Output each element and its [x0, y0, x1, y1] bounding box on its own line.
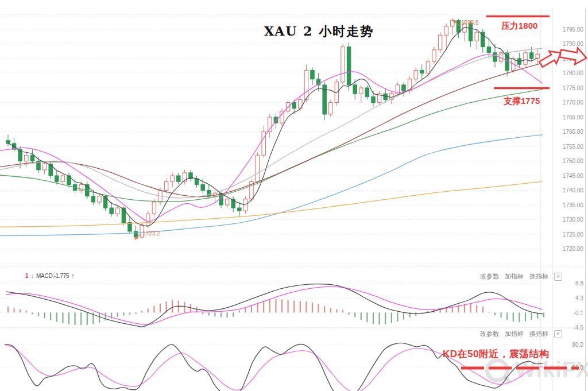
macd-close-button[interactable]: × [554, 273, 562, 281]
resistance-label: 压力1800 [501, 21, 537, 32]
svg-text:1780.00: 1780.00 [563, 70, 584, 76]
svg-text:1790.00: 1790.00 [563, 41, 584, 47]
svg-text:1795.00: 1795.00 [563, 26, 584, 33]
svg-text:8.8: 8.8 [575, 280, 583, 287]
macd-panel-toolbar: 改参数 加指标 换指标 × [480, 272, 562, 281]
kd-note-label: KD在50附近，震荡结构 [443, 347, 549, 361]
kd-panel-toolbar: 改参数 加指标 换指标 × [480, 330, 562, 338]
kd-add-indicator-button[interactable]: 加指标 [505, 330, 524, 338]
indicator-count-badge: 1 [25, 273, 29, 279]
macd-indicator-header: 1 ↓ MACD:-1.775 ↑ [25, 272, 75, 279]
chart-title: XAU 2 小时走势 [264, 23, 374, 40]
svg-text:1765.00: 1765.00 [563, 114, 584, 121]
svg-text:1775.00: 1775.00 [563, 85, 584, 91]
kd-close-button[interactable]: × [554, 330, 562, 338]
svg-text:1730.00: 1730.00 [563, 216, 584, 223]
svg-text:80.0: 80.0 [572, 342, 584, 348]
low-price-tag: 1723.2 [142, 230, 160, 237]
macd-change-params-button[interactable]: 改参数 [480, 272, 499, 281]
macd-add-indicator-button[interactable]: 加指标 [505, 272, 524, 281]
svg-text:1740.00: 1740.00 [563, 187, 584, 193]
svg-text:1770.00: 1770.00 [563, 99, 584, 106]
ma-magenta-line [0, 55, 543, 221]
macd-switch-indicator-button[interactable]: 换指标 [529, 272, 548, 281]
svg-text:1720.00: 1720.00 [563, 246, 584, 252]
kd-change-params-button[interactable]: 改参数 [480, 330, 499, 338]
svg-text:-0.1: -0.1 [574, 310, 584, 316]
svg-text:1745.00: 1745.00 [563, 173, 584, 179]
high-price-tag: 1798.8 [461, 20, 479, 26]
svg-text:1760.00: 1760.00 [563, 129, 584, 135]
svg-text:1735.00: 1735.00 [563, 202, 584, 208]
macd-dea-line [6, 287, 543, 324]
svg-text:1750.00: 1750.00 [563, 158, 584, 164]
trend-arrow-icon [559, 45, 587, 67]
chart-window: WikiFX 1795.001790.001785.001780.001775.… [0, 0, 588, 391]
svg-text:1755.00: 1755.00 [563, 144, 584, 150]
up-arrow-icon: ↑ [71, 272, 75, 279]
down-arrow-icon: ↓ [31, 272, 34, 279]
svg-text:-4.5: -4.5 [574, 324, 584, 331]
candles [6, 18, 540, 240]
svg-text:1725.00: 1725.00 [563, 231, 584, 238]
macd-panel-plot: 8.84.3-0.1-4.5 [0, 280, 583, 331]
macd-value-label: MACD:-1.775 [36, 273, 69, 279]
kd-switch-indicator-button[interactable]: 换指标 [529, 330, 548, 338]
support-label: 支撑1775 [504, 96, 540, 107]
svg-text:4.3: 4.3 [575, 295, 583, 301]
